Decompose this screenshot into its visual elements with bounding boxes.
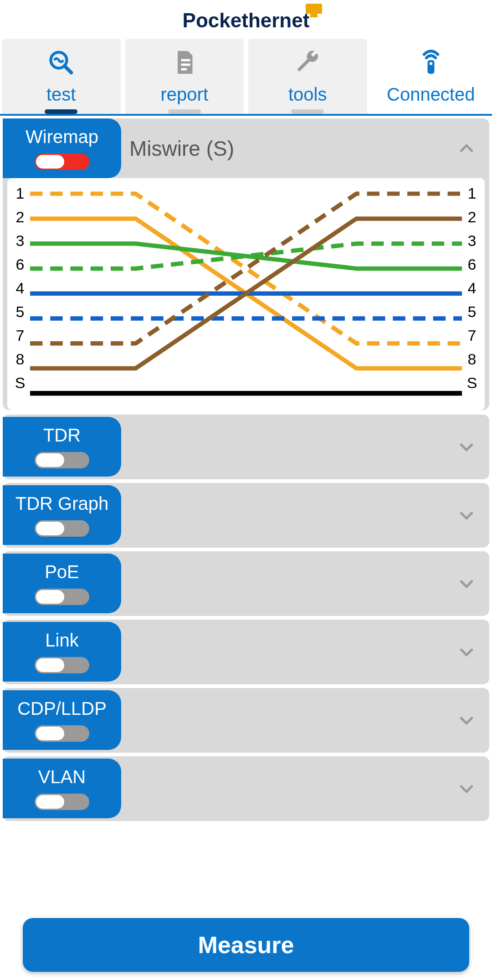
tab-report-label: report [161, 84, 209, 105]
tab-underline [291, 109, 324, 114]
tools-icon [294, 49, 321, 76]
tab-connected[interactable]: Connected [372, 39, 491, 114]
pin-label: 6 [14, 255, 26, 274]
test-icon [47, 49, 75, 76]
pin-label: 1 [14, 184, 26, 203]
brand-text: Pockethernet [183, 9, 310, 31]
vlan-label: VLAN [38, 767, 86, 787]
vlan-pill: VLAN [3, 759, 121, 818]
vlan-toggle[interactable] [35, 794, 89, 810]
tdr-toggle[interactable] [35, 452, 89, 468]
panel-cdp-lldp-header[interactable]: CDP/LLDP [3, 688, 489, 753]
chevron-down-icon [457, 506, 476, 524]
pin-label: 3 [14, 231, 26, 250]
panel-tdr-graph: TDR Graph [3, 483, 489, 548]
brand-logo: Pockethernet [183, 9, 310, 32]
svg-rect-4 [181, 68, 187, 71]
tab-connected-label: Connected [387, 84, 475, 105]
tab-report[interactable]: report [125, 39, 244, 114]
tdr-label: TDR [43, 425, 81, 446]
chevron-down-icon [457, 711, 476, 729]
panel-vlan-header[interactable]: VLAN [3, 756, 489, 821]
measure-button-label: Measure [198, 931, 294, 959]
panel-cdp-lldp: CDP/LLDP [3, 688, 489, 753]
wiremap-pill: Wiremap [3, 118, 121, 178]
wiremap-status: Miswire (S) [129, 136, 457, 161]
main-tabs: test report tools Connected [0, 39, 492, 116]
poe-pill: PoE [3, 554, 121, 613]
panel-link: Link [3, 620, 489, 684]
measure-button[interactable]: Measure [23, 918, 469, 972]
tab-underline [45, 109, 77, 114]
app-header: Pockethernet [0, 0, 492, 39]
panel-wiremap-header[interactable]: Wiremap Miswire (S) [3, 118, 489, 178]
pin-label: 5 [14, 302, 26, 321]
chevron-down-icon [457, 643, 476, 661]
svg-rect-3 [181, 64, 190, 66]
cdp-lldp-label: CDP/LLDP [17, 698, 107, 719]
tdr-graph-pill: TDR Graph [3, 485, 121, 545]
panel-tdr-graph-header[interactable]: TDR Graph [3, 483, 489, 548]
cdp-lldp-pill: CDP/LLDP [3, 690, 121, 750]
panel-tdr-header[interactable]: TDR [3, 415, 489, 479]
ethernet-port-icon [306, 4, 322, 14]
poe-label: PoE [45, 562, 79, 582]
pin-label: S [466, 373, 478, 392]
poe-toggle[interactable] [35, 589, 89, 605]
link-label: Link [45, 630, 78, 651]
panel-poe: PoE [3, 551, 489, 616]
pin-label: 1 [466, 184, 478, 203]
wiremap-right-pins: 12364578S [466, 184, 478, 405]
link-toggle[interactable] [35, 657, 89, 673]
panel-wiremap: Wiremap Miswire (S) 12364578S 12364578S [3, 118, 489, 410]
pin-label: 5 [466, 302, 478, 321]
pin-label: 2 [466, 207, 478, 226]
panel-vlan: VLAN [3, 756, 489, 821]
wiremap-label: Wiremap [26, 127, 98, 147]
tab-test[interactable]: test [2, 39, 121, 114]
chevron-down-icon [457, 780, 476, 798]
cdp-lldp-toggle[interactable] [35, 725, 89, 742]
wiremap-diagram [30, 184, 462, 405]
tdr-graph-toggle[interactable] [35, 520, 89, 537]
svg-point-6 [430, 62, 433, 65]
panel-container: Wiremap Miswire (S) 12364578S 12364578S … [0, 116, 492, 827]
tab-underline [168, 109, 201, 114]
remote-icon [417, 49, 445, 76]
pin-label: 7 [466, 326, 478, 345]
panel-link-header[interactable]: Link [3, 620, 489, 684]
pin-label: S [14, 373, 26, 392]
pin-label: 3 [466, 231, 478, 250]
panel-tdr: TDR [3, 415, 489, 479]
pin-label: 6 [466, 255, 478, 274]
wiremap-left-pins: 12364578S [14, 184, 26, 405]
tab-tools[interactable]: tools [248, 39, 367, 114]
chevron-up-icon [457, 139, 476, 158]
pin-label: 2 [14, 207, 26, 226]
pin-label: 4 [14, 278, 26, 298]
link-pill: Link [3, 622, 121, 682]
wiremap-toggle[interactable] [35, 154, 89, 170]
chevron-down-icon [457, 575, 476, 593]
panel-poe-header[interactable]: PoE [3, 551, 489, 616]
report-icon [171, 49, 198, 76]
pin-label: 8 [14, 349, 26, 369]
wiremap-body: 12364578S 12364578S [7, 178, 485, 410]
tab-test-label: test [46, 84, 76, 105]
tdr-graph-label: TDR Graph [15, 493, 109, 514]
pin-label: 7 [14, 326, 26, 345]
pin-label: 8 [466, 349, 478, 369]
tdr-pill: TDR [3, 417, 121, 477]
tab-tools-label: tools [288, 84, 327, 105]
pin-label: 4 [466, 278, 478, 298]
chevron-down-icon [457, 438, 476, 456]
svg-line-1 [65, 66, 72, 73]
svg-rect-2 [181, 59, 190, 62]
